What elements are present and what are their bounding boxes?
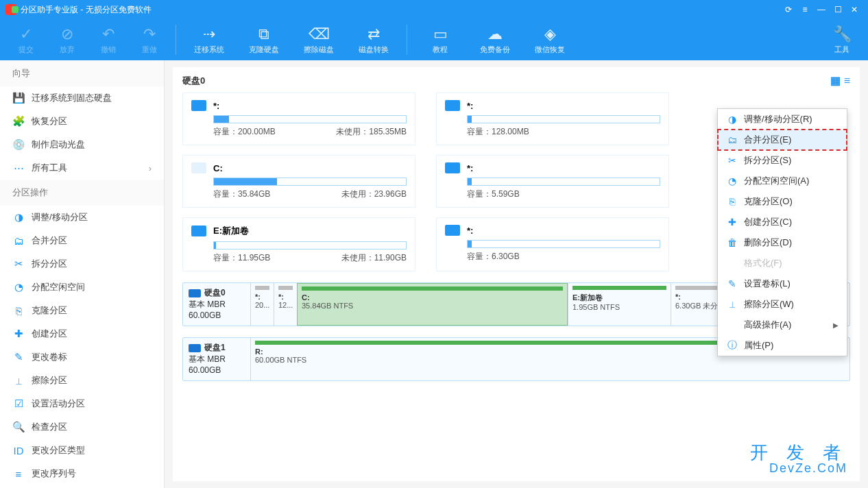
context-menu-item[interactable]: ⟂擦除分区(W) [718, 294, 847, 315]
context-menu-item[interactable]: 高级操作(A)▶ [718, 315, 847, 335]
sidebar-wizard-item[interactable]: ⋯所有工具› [0, 156, 164, 180]
sidebar-op-item[interactable]: ⟂擦除分区 [0, 369, 164, 392]
sidebar-op-item[interactable]: ◔分配空闲空间 [0, 276, 164, 299]
op-icon: 🗂 [12, 234, 25, 247]
sidebar-op-item[interactable]: 🔍检查分区 [0, 415, 164, 439]
menu-item-label: 格式化(F) [744, 257, 782, 269]
clone-disk-button[interactable]: ⧉克隆硬盘 [237, 25, 291, 55]
partition-capacity: 容量：128.00MB [467, 126, 529, 138]
op-icon: ID [12, 444, 25, 456]
menu-icon[interactable]: ≡ [797, 4, 813, 15]
disk-segment[interactable]: *:12... [274, 283, 297, 326]
partition-card[interactable]: E:新加卷 容量：11.95GB未使用：11.90GB [182, 217, 415, 271]
view-toggle-icon[interactable]: ▦ ≡ [830, 74, 850, 87]
wizard-icon: 💾 [12, 92, 25, 104]
menu-item-label: 拆分分区(S) [744, 154, 791, 167]
context-menu-item[interactable]: ⓘ属性(P) [718, 335, 847, 356]
partition-card[interactable]: *: 容量：200.00MB未使用：185.35MB [182, 93, 415, 145]
disk-segment[interactable]: E:新加卷1.95GB NTFS [568, 283, 671, 326]
context-menu-item[interactable]: ◑调整/移动分区(R) [718, 109, 847, 130]
commit-button[interactable]: ✓提交 [5, 25, 47, 55]
partition-capacity: 容量：200.00MB [213, 126, 276, 138]
partition-name: E:新加卷 [213, 225, 249, 237]
partition-capacity: 容量：35.84GB [213, 188, 270, 200]
minimize-icon[interactable]: — [813, 4, 830, 15]
partition-card[interactable]: *: 容量：128.00MB [436, 93, 669, 145]
context-menu-item[interactable]: ⎘克隆分区(O) [718, 191, 847, 212]
sidebar-wizard-item[interactable]: 🧩恢复分区 [0, 110, 164, 133]
wechat-recover-button[interactable]: ◈微信恢复 [522, 25, 577, 55]
partition-name: C: [213, 163, 223, 173]
toolbar: ✓提交 ⊘放弃 ↶撤销 ↷重做 ⇢迁移系统 ⧉克隆硬盘 ⌫擦除磁盘 ⇄磁盘转换 … [0, 19, 868, 60]
usage-bar [213, 178, 407, 186]
op-icon: ✂ [12, 258, 25, 270]
partition-card[interactable]: C: 容量：35.84GB未使用：23.96GB [182, 155, 415, 208]
context-menu-item[interactable]: 🗂合并分区(E) [718, 130, 847, 150]
wizard-icon: 💿 [12, 138, 25, 151]
sidebar-item-label: 更改分区类型 [32, 444, 85, 456]
sidebar-op-item[interactable]: ID更改分区类型 [0, 439, 164, 462]
menu-item-label: 属性(P) [744, 339, 773, 352]
sidebar-op-item[interactable]: ✎更改卷标 [0, 345, 164, 369]
partition-card[interactable]: *: 容量：6.30GB [436, 217, 669, 271]
sidebar-op-item[interactable]: ⇤分区对齐 [0, 485, 164, 488]
sidebar-wizard-title: 向导 [0, 60, 164, 86]
disk-segment[interactable]: *:20... [250, 283, 274, 326]
refresh-icon[interactable]: ⟳ [780, 4, 797, 15]
sidebar-op-item[interactable]: ✚创建分区 [0, 322, 164, 345]
migrate-os-button[interactable]: ⇢迁移系统 [182, 25, 237, 55]
sidebar-op-item[interactable]: ☑设置活动分区 [0, 392, 164, 415]
sidebar-op-item[interactable]: 🗂合并分区 [0, 229, 164, 252]
partition-capacity: 容量：11.95GB [213, 252, 270, 264]
tools-button[interactable]: 🔧工具 [821, 25, 863, 55]
sidebar-item-label: 调整/移动分区 [32, 211, 88, 223]
menu-item-icon: ⎘ [726, 196, 738, 207]
maximize-icon[interactable]: ☐ [830, 4, 846, 15]
disk-segment[interactable]: C:35.84GB NTFS [297, 283, 568, 326]
sidebar-item-label: 创建分区 [32, 328, 67, 340]
drive-icon [191, 162, 206, 173]
discard-button[interactable]: ⊘放弃 [47, 25, 88, 55]
partition-name: *: [213, 101, 219, 111]
context-menu-item[interactable]: ✚创建分区(C) [718, 212, 847, 232]
sidebar-op-item[interactable]: ✂拆分分区 [0, 252, 164, 276]
op-icon: ✚ [12, 328, 25, 340]
disk-title: 硬盘0 [182, 75, 205, 87]
disk-icon [189, 344, 201, 352]
menu-item-icon: ⟂ [726, 299, 738, 310]
disk-info: 硬盘1基本 MBR60.00GB [183, 338, 250, 380]
context-menu-item[interactable]: ✂拆分分区(S) [718, 150, 847, 171]
partition-card[interactable]: *: 容量：5.59GB [436, 155, 669, 208]
sidebar-wizard-item[interactable]: 💾迁移系统到固态硬盘 [0, 86, 164, 110]
context-menu-item[interactable]: ◔分配空闲空间(A) [718, 171, 847, 191]
usage-bar [467, 240, 660, 248]
context-menu-item[interactable]: ✎设置卷标(L) [718, 273, 847, 294]
tutorial-button[interactable]: ▭教程 [413, 25, 468, 55]
sidebar-op-item[interactable]: ◑调整/移动分区 [0, 206, 164, 229]
menu-item-label: 调整/移动分区(R) [744, 113, 812, 125]
main-area: 硬盘0 ▦ ≡ *: 容量：200.00MB未使用：185.35MB*: 容量：… [165, 60, 868, 488]
menu-item-label: 分配空闲空间(A) [744, 175, 809, 187]
undo-button[interactable]: ↶撤销 [88, 25, 129, 55]
sidebar-op-item[interactable]: ⎘克隆分区 [0, 299, 164, 322]
context-menu-item[interactable]: 🗑删除分区(D) [718, 232, 847, 253]
op-icon: ⎘ [12, 304, 25, 317]
op-icon: ⟂ [12, 374, 25, 387]
menu-item-icon: ✚ [726, 217, 738, 228]
title-bar: 分区助手专业版 - 无损分区免费软件 ⟳ ≡ — ☐ ✕ [0, 0, 868, 19]
partition-name: *: [467, 101, 473, 111]
partition-name: *: [467, 163, 473, 173]
redo-button[interactable]: ↷重做 [129, 25, 170, 55]
sidebar-op-item[interactable]: ≡更改序列号 [0, 462, 164, 485]
backup-button[interactable]: ☁免费备份 [468, 25, 522, 55]
close-icon[interactable]: ✕ [846, 4, 863, 15]
op-icon: ☑ [12, 398, 25, 410]
sidebar-wizard-item[interactable]: 💿制作启动光盘 [0, 133, 164, 156]
menu-item-icon: 🗂 [726, 134, 738, 145]
drive-icon [445, 225, 460, 236]
menu-item-icon: ⓘ [726, 339, 738, 352]
convert-disk-button[interactable]: ⇄磁盘转换 [346, 25, 401, 55]
sidebar-item-label: 更改序列号 [32, 467, 76, 480]
sidebar-ops-title: 分区操作 [0, 180, 164, 206]
wipe-disk-button[interactable]: ⌫擦除磁盘 [291, 25, 346, 55]
